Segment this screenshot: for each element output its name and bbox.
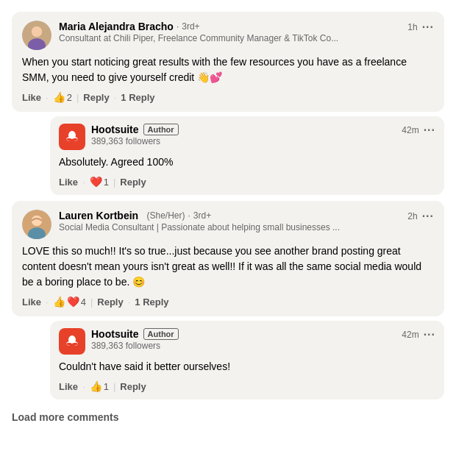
like-count-1: 👍 2 — [53, 91, 72, 103]
nested-comment-1-header-left: Hootsuite Author 389,363 followers — [59, 124, 179, 150]
followers-2: 389,363 followers — [91, 341, 179, 351]
nested-actions-1: Like · ❤️ 1 | Reply — [59, 176, 435, 188]
nested-name-row-1: Hootsuite Author — [91, 124, 179, 135]
reaction-thumb-blue-icon-2: 👍 — [90, 380, 102, 392]
sep-1c: · — [114, 92, 117, 103]
nested-reply-btn-1[interactable]: Reply — [120, 177, 146, 188]
nested-reply-1: Hootsuite Author 389,363 followers 42m ·… — [50, 116, 444, 195]
nested-body-2: Couldn't have said it better ourselves! — [59, 359, 435, 374]
svg-point-9 — [71, 131, 74, 134]
reply-btn-2[interactable]: Reply — [97, 296, 123, 308]
time-1: 1h — [407, 22, 417, 32]
load-more-btn[interactable]: Load more comments — [12, 408, 444, 426]
like-btn-1[interactable]: Like — [22, 92, 41, 103]
comment-2-info: Lauren Kortbein (She/Her) · 3rd+ Social … — [59, 210, 340, 232]
nested-commenter-name-2: Hootsuite — [91, 328, 139, 340]
comment-actions-2: Like · 👍 ❤️ 4 | Reply · 1 Reply — [22, 296, 434, 308]
nested-comment-2-header-left: Hootsuite Author 389,363 followers — [59, 328, 179, 355]
commenter-name-1: Maria Alejandra Bracho — [59, 21, 174, 32]
comment-2-header: Lauren Kortbein (She/Her) · 3rd+ Social … — [22, 210, 434, 239]
reply-count-1[interactable]: 1 Reply — [121, 92, 154, 103]
svg-point-19 — [71, 335, 74, 338]
nested-sep-2b: | — [113, 381, 115, 392]
comment-2-header-left: Lauren Kortbein (She/Her) · 3rd+ Social … — [22, 210, 340, 239]
pronouns-val-2: (She/Her) — [146, 210, 185, 221]
reply-btn-1[interactable]: Reply — [83, 92, 109, 103]
reaction-heart-icon-1: ❤️ — [90, 176, 102, 188]
nested-info-1: Hootsuite Author 389,363 followers — [91, 124, 179, 146]
degree-sep-2: · — [188, 210, 190, 221]
pronouns-2 — [141, 210, 143, 221]
reply-count-2[interactable]: 1 Reply — [135, 296, 168, 308]
comment-1-name-row: Maria Alejandra Bracho · 3rd+ — [59, 21, 338, 32]
nested-like-btn-2[interactable]: Like — [59, 381, 78, 392]
nested-time-2: 42m — [402, 330, 418, 340]
like-count-val-2: 4 — [81, 296, 86, 308]
nested-more-btn-2[interactable]: ··· — [424, 328, 435, 341]
avatar-maria — [22, 21, 51, 50]
nested-like-count-1: ❤️ 1 — [90, 176, 109, 188]
degree-badge-1: · — [177, 21, 179, 32]
nested-comment-2: Hootsuite Author 389,363 followers 42m ·… — [50, 321, 444, 399]
comment-block-1: Maria Alejandra Bracho · 3rd+ Consultant… — [12, 12, 444, 195]
comment-2: Lauren Kortbein (She/Her) · 3rd+ Social … — [12, 201, 444, 316]
avatar-hootsuite-1 — [59, 124, 85, 150]
nested-meta-right-1: 42m ··· — [402, 124, 435, 137]
comment-2-name-row: Lauren Kortbein (She/Her) · 3rd+ — [59, 210, 340, 221]
more-btn-1[interactable]: ··· — [422, 21, 434, 34]
nested-like-count-2: 👍 1 — [90, 380, 109, 392]
sep-2b: | — [90, 296, 93, 308]
nested-reply-2: Hootsuite Author 389,363 followers 42m ·… — [50, 321, 444, 399]
like-count-val-1: 2 — [67, 92, 72, 103]
nested-reply-btn-2[interactable]: Reply — [120, 381, 146, 392]
comment-actions-1: Like · 👍 2 | Reply · 1 Reply — [22, 91, 434, 103]
degree-2: 3rd+ — [193, 210, 211, 221]
svg-point-13 — [32, 216, 42, 226]
nested-info-2: Hootsuite Author 389,363 followers — [91, 328, 179, 351]
comment-1-meta-right: 1h ··· — [407, 21, 434, 34]
more-btn-2[interactable]: ··· — [422, 210, 434, 223]
nested-like-count-val-1: 1 — [104, 177, 109, 188]
nested-comment-1-header: Hootsuite Author 389,363 followers 42m ·… — [59, 124, 435, 150]
comment-1-header: Maria Alejandra Bracho · 3rd+ Consultant… — [22, 21, 434, 50]
comment-1-info: Maria Alejandra Bracho · 3rd+ Consultant… — [59, 21, 338, 43]
comment-1: Maria Alejandra Bracho · 3rd+ Consultant… — [12, 12, 444, 112]
nested-time-1: 42m — [402, 125, 418, 135]
reaction-thumb-icon-1: 👍 — [53, 91, 65, 103]
nested-comment-2-header: Hootsuite Author 389,363 followers 42m ·… — [59, 328, 435, 355]
comment-2-meta-right: 2h ··· — [407, 210, 434, 223]
nested-body-1: Absolutely. Agreed 100% — [59, 154, 435, 170]
comment-body-1: When you start noticing great results wi… — [22, 54, 434, 85]
nested-comment-1: Hootsuite Author 389,363 followers 42m ·… — [50, 116, 444, 195]
nested-commenter-name-1: Hootsuite — [91, 124, 139, 135]
author-badge-2: Author — [143, 328, 179, 340]
avatar-hootsuite-2 — [59, 328, 85, 355]
sep-1a: · — [46, 92, 49, 103]
commenter-title-1: Consultant at Chili Piper, Freelance Com… — [59, 33, 338, 43]
sep-1b: | — [76, 92, 79, 103]
nested-sep-1b: | — [113, 177, 115, 188]
comment-block-2: Lauren Kortbein (She/Her) · 3rd+ Social … — [12, 201, 444, 399]
nested-like-count-val-2: 1 — [104, 381, 109, 392]
sep-2a: · — [46, 296, 49, 308]
time-2: 2h — [407, 211, 417, 221]
nested-meta-right-2: 42m ··· — [402, 328, 435, 341]
nested-actions-2: Like · 👍 1 | Reply — [59, 380, 435, 392]
author-badge-1: Author — [143, 124, 179, 135]
commenter-name-2: Lauren Kortbein — [59, 210, 138, 221]
nested-sep-1a: · — [82, 177, 85, 188]
nested-name-row-2: Hootsuite Author — [91, 328, 179, 340]
comment-1-header-left: Maria Alejandra Bracho · 3rd+ Consultant… — [22, 21, 338, 50]
svg-point-3 — [32, 26, 42, 37]
nested-like-btn-1[interactable]: Like — [59, 177, 78, 188]
nested-more-btn-1[interactable]: ··· — [424, 124, 435, 137]
reaction-heart-icon-2b: ❤️ — [67, 296, 79, 308]
avatar-lauren — [22, 210, 51, 239]
degree-1: 3rd+ — [182, 21, 199, 32]
commenter-title-2: Social Media Consultant | Passionate abo… — [59, 222, 340, 232]
sep-2c: · — [128, 296, 131, 308]
reaction-thumb-icon-2: 👍 — [53, 296, 65, 308]
like-count-2: 👍 ❤️ 4 — [53, 296, 86, 308]
comment-body-2: LOVE this so much!! It's so true...just … — [22, 244, 434, 290]
like-btn-2[interactable]: Like — [22, 296, 41, 308]
